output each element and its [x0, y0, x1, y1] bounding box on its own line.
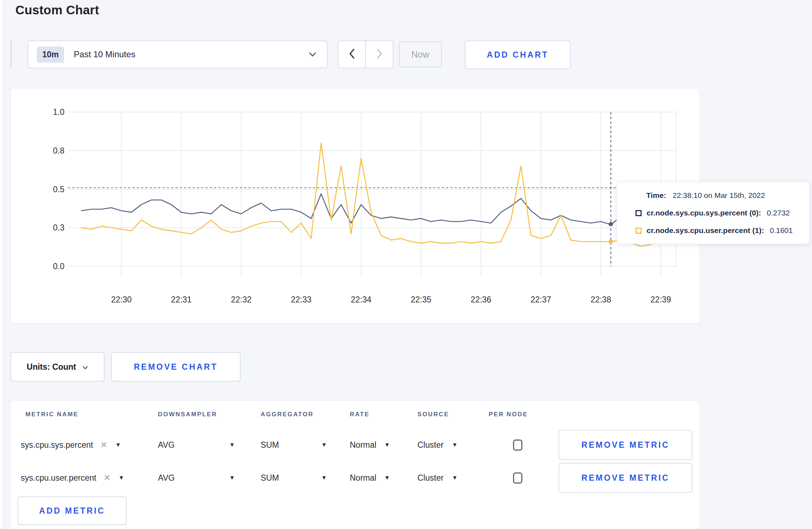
- sys-series-swatch-icon: [635, 210, 642, 216]
- clear-metric-icon[interactable]: ✕: [103, 473, 111, 483]
- header-aggregator: AGGREGATOR: [261, 411, 350, 418]
- source-select[interactable]: Cluster ▼: [417, 440, 458, 450]
- downsampler-select[interactable]: AVG ▼: [158, 473, 235, 483]
- tooltip-series-row: cr.node.sys.cpu.user.percent (1): 0.1601: [617, 226, 809, 235]
- units-label: Units: Count: [27, 362, 76, 372]
- per-node-checkbox[interactable]: [513, 472, 522, 484]
- add-chart-button[interactable]: ADD CHART: [465, 40, 571, 69]
- caret-down-icon[interactable]: ▼: [115, 442, 121, 448]
- caret-down-icon: ▼: [229, 442, 235, 448]
- tooltip-time-value: 22:38:10 on Mar 15th, 2022: [673, 191, 765, 200]
- aggregator-value: SUM: [261, 440, 279, 450]
- tooltip-user-name: cr.node.sys.cpu.user.percent (1):: [647, 226, 764, 235]
- time-range-select[interactable]: 10m Past 10 Minutes: [28, 40, 328, 68]
- header-downsampler: DOWNSAMPLER: [158, 411, 261, 418]
- remove-chart-button[interactable]: REMOVE CHART: [111, 352, 241, 382]
- svg-text:22:33: 22:33: [291, 295, 311, 304]
- svg-text:22:32: 22:32: [231, 295, 252, 304]
- now-button[interactable]: Now: [399, 42, 442, 67]
- tooltip-user-value: 0.1601: [770, 226, 793, 235]
- caret-down-icon: ▼: [452, 475, 458, 481]
- clear-metric-icon[interactable]: ✕: [100, 440, 107, 450]
- tooltip-time-row: Time: 22:38:10 on Mar 15th, 2022: [617, 191, 809, 200]
- svg-text:0.3: 0.3: [53, 223, 64, 232]
- source-value: Cluster: [417, 440, 444, 450]
- caret-down-icon: ▼: [321, 442, 327, 448]
- add-metric-button[interactable]: ADD METRIC: [18, 496, 127, 525]
- metric-row: sys.cpu.user.percent ✕ ▼ AVG ▼ SUM ▼ Nor…: [11, 461, 700, 494]
- svg-text:22:38: 22:38: [590, 295, 611, 304]
- tooltip-sys-value: 0.2732: [767, 209, 790, 217]
- chevron-down-icon: [82, 362, 88, 372]
- chart-panel: 0.00.30.50.81.022:3022:3122:3222:3322:34…: [10, 88, 700, 324]
- svg-text:0.0: 0.0: [53, 262, 64, 271]
- source-value: Cluster: [417, 473, 444, 483]
- source-select[interactable]: Cluster ▼: [417, 473, 458, 483]
- svg-text:22:37: 22:37: [531, 295, 551, 304]
- metrics-table-header: METRIC NAME DOWNSAMPLER AGGREGATOR RATE …: [11, 401, 700, 428]
- metric-name-select[interactable]: sys.cpu.sys.percent: [21, 440, 93, 450]
- caret-down-icon: ▼: [384, 442, 390, 448]
- metric-name-select[interactable]: sys.cpu.user.percent: [21, 473, 96, 483]
- page-edge-strip: [0, 0, 3, 529]
- downsampler-value: AVG: [158, 440, 175, 450]
- timeseries-chart[interactable]: 0.00.30.50.81.022:3022:3122:3222:3322:34…: [11, 88, 700, 323]
- header-rate: RATE: [350, 411, 417, 418]
- per-node-checkbox[interactable]: [513, 440, 522, 451]
- downsampler-select[interactable]: AVG ▼: [158, 440, 235, 450]
- aggregator-select[interactable]: SUM ▼: [261, 440, 327, 450]
- units-select[interactable]: Units: Count: [10, 352, 105, 382]
- svg-text:1.0: 1.0: [53, 107, 64, 117]
- svg-text:22:34: 22:34: [351, 295, 372, 304]
- svg-text:0.5: 0.5: [53, 185, 64, 194]
- downsampler-value: AVG: [158, 473, 175, 483]
- rate-select[interactable]: Normal ▼: [350, 473, 390, 483]
- caret-down-icon[interactable]: ▼: [119, 475, 124, 481]
- tooltip-time-label: Time:: [646, 191, 666, 200]
- remove-metric-button[interactable]: REMOVE METRIC: [559, 463, 692, 493]
- time-nav-group: [338, 40, 393, 68]
- rate-value: Normal: [350, 440, 376, 450]
- remove-metric-button[interactable]: REMOVE METRIC: [559, 430, 692, 460]
- chevron-down-icon: [309, 52, 316, 57]
- time-range-label: Past 10 Minutes: [74, 49, 135, 59]
- rate-value: Normal: [350, 473, 376, 483]
- chart-hover-tooltip: Time: 22:38:10 on Mar 15th, 2022 cr.node…: [617, 182, 810, 244]
- svg-text:22:36: 22:36: [471, 295, 492, 304]
- header-per-node: PER NODE: [489, 411, 537, 418]
- caret-down-icon: ▼: [384, 475, 390, 481]
- time-range-badge: 10m: [37, 47, 64, 63]
- metric-row: sys.cpu.sys.percent ✕ ▼ AVG ▼ SUM ▼ Norm…: [11, 428, 700, 461]
- rate-select[interactable]: Normal ▼: [350, 440, 390, 450]
- aggregator-select[interactable]: SUM ▼: [261, 473, 327, 483]
- tooltip-sys-name: cr.node.sys.cpu.sys.percent (0):: [647, 209, 761, 217]
- svg-text:22:30: 22:30: [111, 295, 132, 304]
- svg-text:22:35: 22:35: [411, 295, 431, 304]
- svg-text:22:39: 22:39: [651, 295, 671, 304]
- toolbar-divider: [11, 41, 11, 68]
- caret-down-icon: ▼: [229, 475, 235, 481]
- tooltip-series-row: cr.node.sys.cpu.sys.percent (0): 0.2732: [617, 209, 809, 217]
- header-source: SOURCE: [417, 411, 499, 418]
- header-metric-name: METRIC NAME: [21, 411, 158, 418]
- chevron-right-icon: [376, 48, 383, 60]
- chevron-left-icon: [349, 48, 355, 60]
- user-series-swatch-icon: [635, 228, 642, 234]
- custom-chart-page: Custom Chart 10m Past 10 Minutes Now ADD…: [0, 0, 812, 529]
- caret-down-icon: ▼: [452, 442, 458, 448]
- page-title: Custom Chart: [15, 3, 99, 17]
- next-time-button[interactable]: [366, 41, 393, 68]
- metrics-table: METRIC NAME DOWNSAMPLER AGGREGATOR RATE …: [10, 400, 700, 529]
- svg-text:0.8: 0.8: [53, 146, 64, 155]
- aggregator-value: SUM: [261, 473, 279, 483]
- prev-time-button[interactable]: [338, 41, 366, 68]
- caret-down-icon: ▼: [321, 475, 327, 481]
- svg-text:22:31: 22:31: [171, 295, 192, 304]
